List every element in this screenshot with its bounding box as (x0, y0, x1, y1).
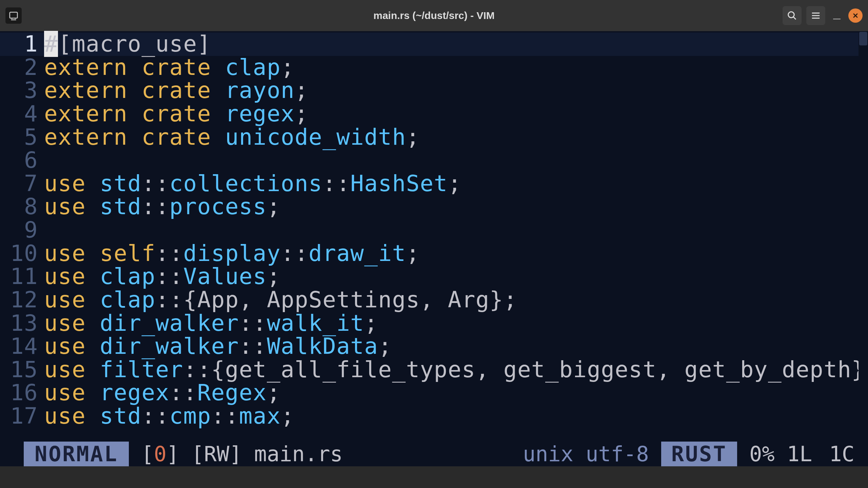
line-number: 15 (0, 358, 44, 382)
line-number: 2 (0, 56, 44, 79)
code-content[interactable]: use dir_walker::WalkData; (44, 335, 392, 358)
code-line[interactable]: 2extern crate clap; (0, 56, 868, 79)
status-encoding: utf-8 (586, 442, 649, 466)
line-number: 3 (0, 79, 44, 102)
code-line[interactable]: 17use std::cmp::max; (0, 405, 868, 428)
status-buffer-indicator: [0] (141, 442, 179, 466)
code-line[interactable]: 13use dir_walker::walk_it; (0, 312, 868, 335)
app-icon[interactable] (5, 7, 22, 24)
status-filename: main.rs (254, 442, 343, 466)
vertical-scrollbar[interactable] (859, 31, 868, 443)
code-line[interactable]: 12use clap::{App, AppSettings, Arg}; (0, 288, 868, 312)
code-line[interactable]: 1#[macro_use] (0, 33, 868, 56)
code-content[interactable]: use self::display::draw_it; (44, 242, 420, 265)
hamburger-menu-button[interactable] (806, 6, 825, 25)
line-number: 10 (0, 242, 44, 265)
code-line[interactable]: 14use dir_walker::WalkData; (0, 335, 868, 358)
code-content[interactable]: use std::process; (44, 195, 281, 219)
scrollbar-thumb[interactable] (859, 32, 867, 45)
code-content[interactable]: extern crate rayon; (44, 79, 309, 102)
code-content[interactable]: use clap::{App, AppSettings, Arg}; (44, 288, 517, 312)
code-line[interactable]: 15use filter::{get_all_file_types, get_b… (0, 358, 868, 382)
code-line[interactable]: 3extern crate rayon; (0, 79, 868, 102)
code-line[interactable]: 7use std::collections::HashSet; (0, 172, 868, 196)
line-number: 16 (0, 381, 44, 405)
titlebar: main.rs (~/dust/src) - VIM _ (0, 0, 868, 31)
code-content[interactable]: use clap::Values; (44, 265, 281, 288)
status-line-number: 1L (787, 442, 812, 466)
code-line[interactable]: 6 (0, 149, 868, 172)
code-line[interactable]: 8use std::process; (0, 195, 868, 219)
code-content[interactable]: #[macro_use] (44, 33, 211, 56)
status-readwrite: [RW] (191, 442, 242, 466)
status-column-number: 1C (829, 442, 854, 466)
code-content[interactable]: use std::collections::HashSet; (44, 172, 462, 196)
code-line[interactable]: 9 (0, 219, 868, 242)
status-fileformat: unix (523, 442, 573, 466)
close-button[interactable] (848, 8, 863, 23)
titlebar-right: _ (783, 6, 863, 25)
line-number: 8 (0, 195, 44, 219)
svg-point-1 (788, 12, 794, 18)
code-content[interactable]: use filter::{get_all_file_types, get_big… (44, 358, 868, 382)
line-number: 7 (0, 172, 44, 196)
code-content[interactable]: use dir_walker::walk_it; (44, 312, 378, 335)
code-content[interactable]: extern crate regex; (44, 102, 309, 126)
line-number: 12 (0, 288, 44, 312)
status-percent: 0% (749, 442, 775, 466)
app-window: main.rs (~/dust/src) - VIM _ 1#[macro_us… (0, 0, 868, 488)
line-number: 5 (0, 126, 44, 149)
code-line[interactable]: 10use self::display::draw_it; (0, 242, 868, 265)
svg-rect-0 (10, 12, 18, 18)
line-number: 1 (0, 33, 44, 56)
status-line: NORMAL [0] [RW] main.rs unix utf-8 RUST … (0, 441, 868, 466)
status-mode: NORMAL (24, 442, 129, 466)
minimize-button[interactable]: _ (830, 9, 844, 22)
code-content[interactable]: extern crate clap; (44, 56, 295, 79)
code-line[interactable]: 11use clap::Values; (0, 265, 868, 288)
code-content[interactable]: use std::cmp::max; (44, 405, 295, 428)
code-content[interactable]: use regex::Regex; (44, 381, 281, 405)
window-title: main.rs (~/dust/src) - VIM (373, 10, 495, 21)
line-number: 14 (0, 335, 44, 358)
titlebar-left (5, 7, 26, 24)
line-number: 11 (0, 265, 44, 288)
search-button[interactable] (783, 6, 802, 25)
line-number: 4 (0, 102, 44, 126)
code-content[interactable]: extern crate unicode_width; (44, 126, 420, 149)
code-line[interactable]: 5extern crate unicode_width; (0, 126, 868, 149)
bottom-chrome-bar (0, 466, 868, 488)
code-area[interactable]: 1#[macro_use]2extern crate clap;3extern … (0, 33, 868, 441)
status-language: RUST (661, 442, 737, 466)
line-number: 9 (0, 219, 44, 242)
code-line[interactable]: 16use regex::Regex; (0, 381, 868, 405)
code-line[interactable]: 4extern crate regex; (0, 102, 868, 126)
line-number: 6 (0, 149, 44, 172)
line-number: 17 (0, 405, 44, 428)
line-number: 13 (0, 312, 44, 335)
editor[interactable]: 1#[macro_use]2extern crate clap;3extern … (0, 31, 868, 466)
